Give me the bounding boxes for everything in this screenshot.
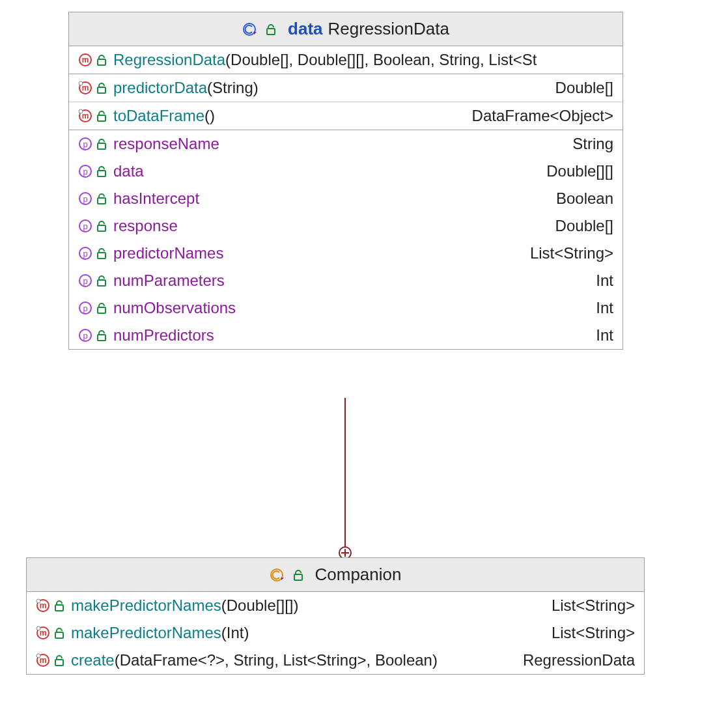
property-icon [78,246,92,260]
property-row[interactable]: responseName String [69,130,623,158]
member-type: Int [596,299,613,317]
lock-icon [96,220,107,232]
lock-icon [96,110,107,122]
method-override-icon [36,598,50,613]
class-icon [242,22,257,36]
lock-icon [54,600,64,611]
lock-icon [96,165,107,177]
constructor-row[interactable]: RegressionData (Double[], Double[][], Bo… [69,46,623,74]
property-icon [78,273,92,288]
member-type: List<String> [552,596,635,615]
member-name: makePredictorNames [71,624,221,642]
lock-icon [96,82,107,94]
property-row[interactable]: data Double[][] [69,158,623,185]
member-type: Double[] [555,217,613,235]
member-name: predictorData [113,79,207,97]
property-row[interactable]: response Double[] [69,212,623,240]
method-override-icon [36,653,50,667]
member-name: numObservations [113,299,236,317]
member-type: Boolean [556,189,613,208]
method-row[interactable]: create (DataFrame<?>, String, List<Strin… [27,647,644,674]
lock-icon [54,627,64,639]
class-name: RegressionData [328,19,449,39]
lock-icon [54,654,64,666]
member-params: (Double[], Double[][], Boolean, String, … [225,51,537,69]
member-name: hasIntercept [113,189,199,208]
member-name: data [113,162,144,180]
property-row[interactable]: numParameters Int [69,267,623,294]
member-type: Double[][] [546,162,613,180]
member-name: numParameters [113,272,225,290]
member-params: (DataFrame<?>, String, List<String>, Boo… [115,651,438,669]
property-row[interactable]: numPredictors Int [69,322,623,349]
lock-icon [293,569,303,581]
member-name: create [71,651,115,669]
method-row[interactable]: predictorData (String) Double[] [69,74,623,102]
property-row[interactable]: hasIntercept Boolean [69,185,623,212]
lock-icon [96,138,107,150]
member-type: Int [596,272,613,290]
property-icon [78,191,92,206]
method-override-icon [78,81,92,95]
property-icon [78,164,92,178]
member-type: Double[] [555,79,613,97]
member-name: RegressionData [113,51,225,69]
connector-line [344,398,346,557]
class-header: data RegressionData [69,12,623,46]
class-header: Companion [27,558,644,592]
property-icon [78,137,92,151]
member-type: DataFrame<Object> [472,107,613,125]
method-override-icon [78,109,92,123]
member-name: response [113,217,178,235]
lock-icon [96,302,107,314]
member-type: RegressionData [523,651,635,669]
lock-icon [96,247,107,259]
member-type: List<String> [530,244,613,262]
method-row[interactable]: makePredictorNames (Int) List<String> [27,619,644,647]
member-params: () [204,107,215,125]
member-params: (String) [207,79,259,97]
property-icon [78,328,92,343]
method-row[interactable]: toDataFrame () DataFrame<Object> [69,102,623,130]
class-box-companion[interactable]: Companion makePredictorNames (Double[][]… [26,557,645,675]
method-override-icon [36,626,50,640]
lock-icon [96,54,107,66]
lock-icon [96,193,107,204]
member-type: String [572,135,613,153]
lock-icon [96,329,107,341]
class-icon [270,568,284,582]
class-box-regressiondata[interactable]: data RegressionData RegressionData (Doub… [68,12,623,350]
method-row[interactable]: makePredictorNames (Double[][]) List<Str… [27,592,644,619]
member-name: numPredictors [113,326,214,344]
class-name: Companion [315,565,402,585]
lock-icon [266,23,276,35]
member-type: Int [596,326,613,344]
property-icon [78,219,92,233]
member-type: List<String> [552,624,635,642]
property-icon [78,301,92,315]
member-name: toDataFrame [113,107,204,125]
member-params: (Double[][]) [221,596,299,615]
member-name: makePredictorNames [71,596,221,615]
method-icon [78,53,92,67]
property-row[interactable]: predictorNames List<String> [69,240,623,267]
member-name: responseName [113,135,219,153]
member-params: (Int) [221,624,249,642]
member-name: predictorNames [113,244,223,262]
class-keyword: data [288,19,322,39]
lock-icon [96,275,107,287]
property-row[interactable]: numObservations Int [69,294,623,322]
